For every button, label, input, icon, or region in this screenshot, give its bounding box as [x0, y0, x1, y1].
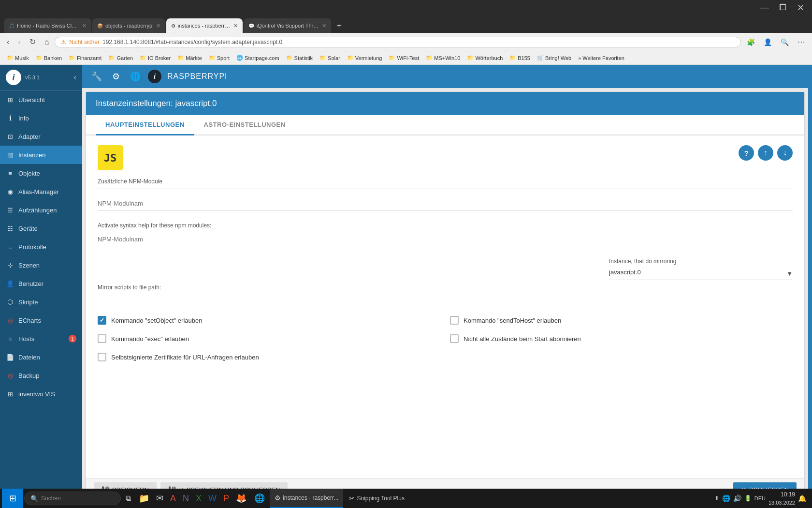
tab1-close[interactable]: ✕ [82, 23, 87, 29]
sidebar-item-adapter[interactable]: ⊡ Adapter [0, 127, 82, 146]
bookmark-finanzamt[interactable]: 📁 Finanzamt [66, 54, 104, 62]
search-toolbar-button[interactable]: 🔍 [778, 37, 792, 47]
bookmark-garten[interactable]: 📁 Garten [105, 54, 136, 62]
tray-battery-icon[interactable]: 🔋 [744, 495, 752, 502]
excel-taskbar[interactable]: X [193, 489, 204, 508]
browser-tab-2[interactable]: 📦 objects - raspberrypi ✕ [92, 18, 165, 33]
sidebar-item-objekte[interactable]: ≡ Objekte [0, 164, 82, 182]
sidebar-item-backup[interactable]: ◎ Backup [0, 366, 82, 385]
npm-module-1-input[interactable] [98, 197, 793, 210]
bookmark-wifi[interactable]: 📁 WiFi-Test [386, 54, 422, 62]
extensions-button[interactable]: 🧩 [744, 37, 758, 47]
browser-tab-1[interactable]: 🎵 Home - Radio Swiss Classic ✕ [4, 18, 91, 33]
checkbox-sendtohost-box[interactable] [450, 316, 459, 325]
more-button[interactable]: ⋯ [795, 36, 808, 47]
refresh-button[interactable]: ↻ [27, 36, 39, 47]
header-globe-icon[interactable]: 🌐 [129, 70, 142, 83]
taskbar-running-instances[interactable]: ⚙ instances - raspberr... [270, 489, 343, 508]
profile-button[interactable]: 👤 [761, 37, 775, 47]
sidebar-item-uebersicht[interactable]: ⊞ Übersicht [0, 90, 82, 109]
bookmark-b155[interactable]: 📁 B155 [507, 54, 533, 62]
bookmark-statistik[interactable]: 📁 Statistik [283, 54, 316, 62]
tab3-close[interactable]: ✕ [233, 23, 238, 29]
sidebar-item-geraete[interactable]: ☷ Geräte [0, 219, 82, 238]
powerpoint-taskbar[interactable]: P [220, 489, 232, 508]
download-button[interactable]: ↓ [777, 145, 793, 161]
instance-select[interactable]: javascript.0 [609, 267, 793, 278]
tab2-close[interactable]: ✕ [156, 23, 160, 29]
firefox-taskbar[interactable]: 🦊 [233, 489, 249, 508]
szenen-icon: ⊹ [6, 261, 14, 269]
bookmark-musik[interactable]: 📁 Musik [4, 54, 32, 62]
onenote-taskbar[interactable]: N [180, 489, 192, 508]
sidebar-item-protokolle[interactable]: ≡ Protokolle [0, 238, 82, 256]
sidebar-label-dateien: Dateien [18, 354, 40, 361]
bookmark-solar[interactable]: 📁 Solar [317, 54, 343, 62]
sidebar-item-instanzen[interactable]: ▦ Instanzen [0, 146, 82, 164]
browser-tab-3[interactable]: ⚙ instances - raspberrypi ✕ [166, 18, 243, 33]
bookmark-sport[interactable]: 📁 Sport [206, 54, 232, 62]
start-button[interactable]: ⊞ [2, 489, 23, 508]
sidebar-toggle-icon[interactable]: ‹ [74, 73, 76, 82]
tab-astro-einstellungen[interactable]: ASTRO-EINSTELLUNGEN [194, 115, 295, 134]
mirror-path-input[interactable] [98, 293, 793, 306]
mail-taskbar[interactable]: ✉ [153, 489, 166, 508]
browser-taskbar-item[interactable]: 🌐 [250, 489, 269, 508]
tab-haupteinstellungen[interactable]: HAUPTEINSTELLUNGEN [96, 115, 194, 135]
home-button[interactable]: ⌂ [42, 37, 52, 47]
sidebar-item-benutzer[interactable]: 👤 Benutzer [0, 274, 82, 293]
task-view-button[interactable]: ⧉ [122, 489, 135, 508]
checkbox-setobject-box[interactable]: ✓ [98, 316, 106, 325]
bookmark-bring-web[interactable]: 🛒 Bring! Web [534, 54, 574, 62]
bookmark-more[interactable]: » Weitere Favoriten [575, 54, 627, 62]
bookmark-banken[interactable]: 📁 Banken [33, 54, 65, 62]
checkbox-exec-box[interactable] [98, 334, 106, 343]
checkbox-ssl-box[interactable] [98, 353, 106, 361]
tray-up-icon[interactable]: ⬆ [714, 495, 719, 502]
taskbar-search[interactable]: 🔍 Suchen [24, 492, 121, 505]
sidebar-item-skripte[interactable]: ⬡ Skripte [0, 293, 82, 311]
adobe-taskbar[interactable]: A [167, 489, 179, 508]
browser-tab-4[interactable]: 💬 iQontrol Vis Support Thread ✕ [244, 18, 331, 33]
checkbox-subscribeall[interactable]: Nicht alle Zustände beim Start abonniere… [450, 334, 793, 343]
instances-tab-label: instances - raspberr... [283, 494, 338, 501]
sidebar-item-dateien[interactable]: 📄 Dateien [0, 348, 82, 366]
checkbox-subscribeall-box[interactable] [450, 334, 459, 343]
sidebar-item-info[interactable]: ℹ Info [0, 109, 82, 127]
help-button[interactable]: ? [739, 145, 754, 161]
tray-volume-icon[interactable]: 🔊 [733, 494, 741, 502]
bookmark-ms-win10[interactable]: 📁 MS+Win10 [423, 54, 463, 62]
search-icon: 🔍 [30, 495, 38, 502]
forward-button[interactable]: › [15, 37, 23, 47]
sidebar-item-alias-manager[interactable]: ◉ Alias-Manager [0, 182, 82, 201]
sidebar-item-aufzaehlungen[interactable]: ☰ Aufzählungen [0, 201, 82, 219]
address-bar[interactable]: ⚠ Nicht sicher 192.168.1.140:8081/#tab-i… [55, 37, 741, 47]
new-tab-button[interactable]: + [332, 18, 346, 33]
back-button[interactable]: ‹ [4, 37, 12, 47]
checkbox-exec[interactable]: Kommando "exec" erlauben [98, 334, 440, 343]
npm-module-2-input[interactable] [98, 233, 793, 246]
sidebar-item-hosts[interactable]: ≡ Hosts 1 [0, 329, 82, 348]
bookmark-vermietung[interactable]: 📁 Vermietung [344, 54, 385, 62]
word-taskbar[interactable]: W [205, 489, 219, 508]
sidebar-item-echarts[interactable]: ◎ ECharts [0, 311, 82, 329]
taskbar-running-snipping[interactable]: ✂ Snipping Tool Plus [344, 489, 409, 508]
bookmark-iobroker[interactable]: 📁 IO Broker [137, 54, 174, 62]
notifications-icon[interactable]: 🔔 [798, 494, 806, 502]
sidebar-item-szenen[interactable]: ⊹ Szenen [0, 256, 82, 274]
checkbox-setobject[interactable]: ✓ Kommando "setObject" erlauben [98, 316, 440, 325]
taskbar-clock[interactable]: 10:19 13.03.2022 [768, 490, 795, 507]
header-tool-icon[interactable]: 🔧 [90, 70, 103, 83]
tray-network-icon[interactable]: 🌐 [722, 494, 730, 502]
bookmark-maerkte[interactable]: 📁 Märkte [174, 54, 205, 62]
bookmark-woerterbuch[interactable]: 📁 Wörterbuch [464, 54, 506, 62]
checkbox-sendtohost[interactable]: Kommando "sendToHost" erlauben [450, 316, 793, 325]
bookmark-startpage[interactable]: 🌐 Startpage.com [233, 54, 282, 62]
tab4-close[interactable]: ✕ [322, 23, 326, 29]
page-title: Instanzeinstellungen: javascript.0 [86, 92, 804, 115]
sidebar-item-inventwo-vis[interactable]: ⊞ inventwo VIS [0, 385, 82, 403]
checkbox-ssl-row[interactable]: Selbstsignierte Zertifikate für URL-Anfr… [98, 353, 793, 361]
header-settings-icon[interactable]: ⚙ [109, 70, 123, 83]
file-explorer-taskbar[interactable]: 📁 [136, 489, 152, 508]
upload-button[interactable]: ↑ [758, 145, 773, 161]
